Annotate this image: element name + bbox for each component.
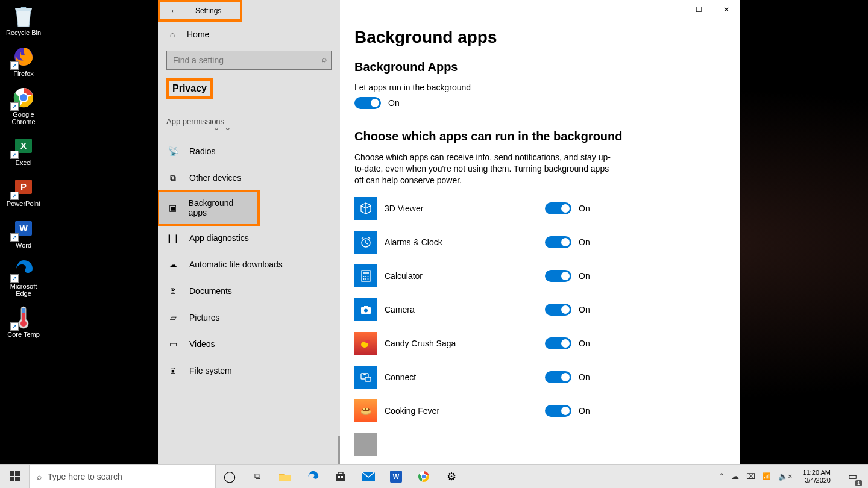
nav-item-file-system[interactable]: 🗎File system xyxy=(158,357,340,384)
taskbar-edge[interactable] xyxy=(299,465,327,489)
master-toggle-row: On xyxy=(354,92,726,109)
settings-window: ← Settings ⌂ Home ⌕ Privacy App permissi… xyxy=(158,0,740,467)
app-toggle[interactable] xyxy=(545,270,571,282)
minimize-button[interactable]: ─ xyxy=(657,0,685,19)
onedrive-icon[interactable]: ☁ xyxy=(729,472,741,481)
app-toggle[interactable] xyxy=(545,405,571,417)
folder-icon xyxy=(278,471,292,482)
system-tray: ˄ ☁ ⌧ 📶 🔈× 11:20 AM 3/4/2020 ▭ 1 xyxy=(718,465,868,489)
desktop-icon-firefox[interactable]: ↗ Firefox xyxy=(2,45,45,77)
nav-item-pictures[interactable]: ▱Pictures xyxy=(158,304,340,331)
app-row-connect: Connect On xyxy=(354,366,726,389)
app-row-camera: Camera On xyxy=(354,298,726,321)
battery-icon[interactable]: ⌧ xyxy=(744,472,757,481)
nav-item-messaging[interactable]: ✉Messaging xyxy=(158,128,340,138)
tray-chevron-icon[interactable]: ˄ xyxy=(718,472,726,481)
app-name: Candy Crush Saga xyxy=(385,339,456,348)
shortcut-arrow-icon: ↗ xyxy=(10,61,19,70)
nav-item-background-apps[interactable]: ▣Background apps xyxy=(158,191,259,225)
desktop-icon-recycle-bin[interactable]: Recycle Bin xyxy=(2,4,45,36)
svg-rect-36 xyxy=(338,476,340,478)
svg-point-33 xyxy=(363,408,365,409)
app-icon-calculator xyxy=(354,264,377,287)
windows-logo-icon xyxy=(10,471,20,481)
app-icon-alarms xyxy=(354,231,377,254)
start-button[interactable] xyxy=(0,465,29,489)
nav-label: Radios xyxy=(189,146,216,156)
svg-point-42 xyxy=(421,474,426,479)
nav-label: Other devices xyxy=(189,173,241,183)
search-placeholder: Type here to search xyxy=(48,472,122,481)
cortana-button[interactable]: ◯ xyxy=(216,465,244,489)
svg-text:W: W xyxy=(393,473,400,480)
word-icon: W xyxy=(390,471,402,483)
app-toggle[interactable] xyxy=(545,236,571,248)
desktop-icon-chrome[interactable]: ↗ Google Chrome xyxy=(2,86,45,125)
nav-item-auto-downloads[interactable]: ☁Automatic file downloads xyxy=(158,251,340,278)
desktop-icon-label: PowerPoint xyxy=(7,200,40,207)
powerpoint-icon: P ↗ xyxy=(11,175,36,199)
app-icon-candycrush xyxy=(354,332,377,355)
taskbar-clock[interactable]: 11:20 AM 3/4/2020 xyxy=(798,469,835,484)
task-view-button[interactable]: ⧉ xyxy=(244,465,271,489)
desktop-icon-coretemp[interactable]: ↗ Core Temp xyxy=(2,305,45,338)
nav-label: File system xyxy=(189,366,232,375)
app-toggle[interactable] xyxy=(545,304,571,316)
app-toggle-state: On xyxy=(579,339,590,348)
desktop-icon-edge[interactable]: ↗ Microsoft Edge xyxy=(2,257,45,297)
app-toggle[interactable] xyxy=(545,337,571,349)
action-center-button[interactable]: ▭ 1 xyxy=(839,465,866,489)
nav-label: Documents xyxy=(189,286,232,296)
nav-item-videos[interactable]: ▭Videos xyxy=(158,331,340,357)
file-icon: 🗎 xyxy=(168,366,178,375)
nav-list[interactable]: ✉Messaging 📡Radios ⧉Other devices ▣Backg… xyxy=(158,128,340,467)
volume-icon[interactable]: 🔈× xyxy=(776,472,794,481)
taskbar-word[interactable]: W xyxy=(382,465,410,489)
svg-point-19 xyxy=(368,276,369,277)
nav-label: Automatic file downloads xyxy=(189,260,283,269)
category-label: Privacy xyxy=(172,83,207,93)
nav-item-documents[interactable]: 🗎Documents xyxy=(158,278,340,304)
nav-item-app-diagnostics[interactable]: ❙❙App diagnostics xyxy=(158,225,340,251)
search-input[interactable] xyxy=(166,51,332,70)
section-title-choose: Choose which apps can run in the backgro… xyxy=(354,109,726,143)
back-button[interactable]: ← xyxy=(160,1,188,21)
desktop: Recycle Bin ↗ Firefox ↗ Google Chrome X … xyxy=(0,0,868,488)
svg-point-17 xyxy=(363,276,365,277)
svg-rect-16 xyxy=(363,272,369,274)
notification-count: 1 xyxy=(855,480,862,486)
nav-item-other-devices[interactable]: ⧉Other devices xyxy=(158,164,340,191)
desktop-icon-excel[interactable]: X ↗ Excel xyxy=(2,134,45,166)
minimize-icon: ─ xyxy=(668,5,674,14)
wifi-icon[interactable]: 📶 xyxy=(761,472,773,480)
desktop-icon-label: Google Chrome xyxy=(2,111,45,125)
taskbar-search[interactable]: ⌕ Type here to search xyxy=(29,465,216,489)
master-toggle-label: Let apps run in the background xyxy=(354,74,726,92)
app-toggle[interactable] xyxy=(545,371,571,383)
section-desc: Choose which apps can receive info, send… xyxy=(354,143,620,186)
desktop-icon-powerpoint[interactable]: P ↗ PowerPoint xyxy=(2,175,45,207)
svg-text:P: P xyxy=(20,181,27,192)
home-nav[interactable]: ⌂ Home xyxy=(158,22,340,47)
desktop-icon-word[interactable]: W ↗ Word xyxy=(2,216,45,249)
taskbar-explorer[interactable] xyxy=(271,465,299,489)
svg-rect-25 xyxy=(364,306,368,308)
taskbar-settings[interactable]: ⚙ xyxy=(438,465,465,489)
svg-point-21 xyxy=(365,278,366,280)
master-toggle[interactable] xyxy=(354,97,381,109)
chrome-icon xyxy=(418,471,430,483)
app-toggle-state: On xyxy=(579,406,590,416)
settings-header: ← Settings xyxy=(160,2,240,19)
taskbar-chrome[interactable] xyxy=(410,465,438,489)
app-name: Connect xyxy=(385,372,416,382)
taskbar-store[interactable] xyxy=(327,465,354,489)
master-toggle-state: On xyxy=(388,98,400,108)
close-button[interactable]: ✕ xyxy=(712,0,740,19)
nav-item-radios[interactable]: 📡Radios xyxy=(158,138,340,164)
svg-point-27 xyxy=(365,340,370,343)
shortcut-arrow-icon: ↗ xyxy=(10,322,19,331)
search-wrap: ⌕ xyxy=(158,51,340,70)
maximize-button[interactable]: ☐ xyxy=(685,0,712,19)
taskbar-mail[interactable] xyxy=(354,465,382,489)
app-toggle[interactable] xyxy=(545,202,571,214)
